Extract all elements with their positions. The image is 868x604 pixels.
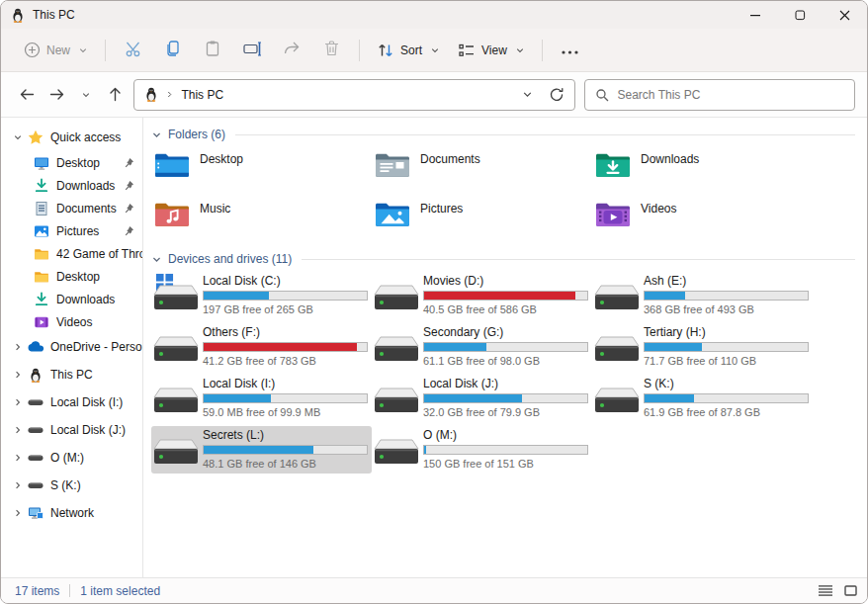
search-box[interactable] (584, 79, 856, 111)
thispc-icon (26, 367, 44, 383)
pin-icon (124, 203, 134, 214)
chevron-icon[interactable] (9, 201, 32, 216)
sidebar-item-label: 42 Game of Throne: (56, 247, 142, 261)
drive-tile-tertiary-h[interactable]: Tertiary (H:) 71.7 GB free of 110 GB (592, 323, 813, 371)
collapse-chevron-icon[interactable] (151, 254, 162, 265)
folder-tile-documents[interactable]: Documents (372, 147, 584, 197)
minimize-button[interactable] (734, 1, 778, 29)
sidebar-item-downloads[interactable]: Downloads (1, 288, 142, 310)
view-button[interactable]: View (449, 37, 534, 64)
share-button[interactable] (272, 33, 311, 67)
drive-tile-secrets-l[interactable]: Secrets (L:) 48.1 GB free of 146 GB (151, 426, 372, 474)
drive-tile-local-disk-j[interactable]: Local Disk (J:) 32.0 GB free of 79.9 GB (372, 375, 592, 422)
hard-drive-icon (374, 325, 423, 371)
more-options-button[interactable] (551, 36, 590, 64)
chevron-icon[interactable] (9, 314, 32, 330)
sort-button[interactable]: Sort (368, 37, 449, 64)
chevron-icon[interactable] (9, 129, 26, 145)
download-icon (32, 178, 50, 194)
address-dropdown-icon[interactable] (522, 89, 533, 100)
drive-usage-bar (644, 291, 809, 301)
up-button[interactable] (101, 80, 130, 110)
folder-tile-desktop[interactable]: Desktop (151, 147, 364, 197)
maximize-button[interactable] (778, 1, 823, 29)
drive-tile-secondary-g[interactable]: Secondary (G:) 61.1 GB free of 98.0 GB (372, 323, 592, 371)
drive-usage-bar (644, 393, 809, 403)
drive-tile-local-disk-i[interactable]: Local Disk (I:) 59.0 MB free of 99.9 MB (151, 375, 372, 422)
sidebar-item-42-game-of-throne[interactable]: 42 Game of Throne: (1, 242, 142, 265)
folder-name: Documents (420, 152, 480, 197)
drive-tile-others-f[interactable]: Others (F:) 41.2 GB free of 783 GB (151, 323, 372, 371)
command-bar: New Sort View (1, 29, 867, 72)
sidebar: Quick access Desktop Downloads Documents… (1, 118, 143, 577)
paste-button[interactable] (193, 33, 232, 67)
large-icons-view-button[interactable] (844, 585, 857, 596)
folder-tile-music[interactable]: Music (151, 197, 364, 246)
search-input[interactable] (618, 88, 845, 102)
drive-tile-movies-d[interactable]: Movies (D:) 40.5 GB free of 586 GB (372, 272, 592, 319)
chevron-icon[interactable] (9, 269, 32, 285)
sidebar-item-desktop[interactable]: Desktop (1, 151, 142, 174)
drive-tile-s-k[interactable]: S (K:) 61.9 GB free of 87.8 GB (592, 375, 813, 422)
delete-button[interactable] (311, 33, 351, 67)
chevron-icon[interactable] (9, 422, 26, 438)
chevron-down-icon (515, 45, 525, 55)
drives-group-header[interactable]: Devices and drives (11) (151, 250, 855, 268)
sidebar-item-desktop[interactable]: Desktop (1, 265, 142, 288)
address-bar[interactable]: This PC (133, 79, 574, 111)
folders-group-header[interactable]: Folders (6) (151, 126, 855, 143)
folder-name: Downloads (641, 152, 699, 197)
refresh-icon[interactable] (549, 87, 564, 103)
plus-circle-icon (24, 42, 41, 58)
downloads-folder-icon (594, 149, 632, 181)
chevron-icon[interactable] (9, 292, 32, 307)
forward-button[interactable] (43, 80, 72, 110)
drive-name: Secondary (G:) (423, 325, 592, 340)
onedrive-icon (26, 339, 44, 355)
new-button[interactable]: New (15, 36, 97, 64)
collapse-chevron-icon[interactable] (151, 129, 162, 140)
sidebar-item-quick-access[interactable]: Quick access (1, 124, 142, 151)
this-pc-icon (11, 8, 25, 23)
chevron-icon[interactable] (9, 246, 32, 262)
back-button[interactable] (13, 80, 43, 110)
copy-button[interactable] (153, 33, 193, 67)
sidebar-item-network[interactable]: Network (1, 499, 142, 527)
chevron-icon[interactable] (9, 505, 26, 521)
folders-grid: Desktop Documents Downloads Music Pictur… (151, 147, 855, 246)
close-button[interactable] (823, 1, 867, 29)
chevron-icon[interactable] (9, 367, 26, 383)
drive-tile-ash-e[interactable]: Ash (E:) 368 GB free of 493 GB (592, 272, 813, 319)
sidebar-item-local-disk-j[interactable]: Local Disk (J:) (1, 416, 142, 444)
search-icon (595, 88, 609, 102)
chevron-icon[interactable] (9, 178, 32, 194)
toolbar-separator (359, 40, 360, 61)
chevron-icon[interactable] (9, 394, 26, 410)
sidebar-item-pictures[interactable]: Pictures (1, 219, 142, 242)
drive-tile-local-disk-c[interactable]: Local Disk (C:) 197 GB free of 265 GB (151, 272, 372, 319)
sidebar-item-this-pc[interactable]: This PC (1, 361, 142, 388)
recent-locations-button[interactable] (71, 80, 101, 110)
sidebar-item-local-disk-i[interactable]: Local Disk (I:) (1, 388, 142, 416)
folder-tile-videos[interactable]: Videos (592, 197, 805, 246)
chevron-icon[interactable] (9, 223, 32, 239)
drive-tile-o-m[interactable]: O (M:) 150 GB free of 151 GB (372, 426, 592, 474)
desktop-folder-icon (153, 149, 191, 181)
sidebar-item-o-m[interactable]: O (M:) (1, 444, 142, 472)
chevron-icon[interactable] (9, 339, 26, 355)
folder-tile-downloads[interactable]: Downloads (592, 147, 805, 197)
rename-button[interactable] (232, 34, 272, 67)
sidebar-item-videos[interactable]: Videos (1, 310, 142, 333)
folder-tile-pictures[interactable]: Pictures (372, 197, 584, 246)
breadcrumb-item[interactable]: This PC (181, 88, 223, 102)
sidebar-item-s-k[interactable]: S (K:) (1, 472, 142, 499)
chevron-icon[interactable] (9, 155, 32, 171)
share-icon (283, 40, 301, 60)
cut-button[interactable] (114, 33, 153, 68)
details-view-button[interactable] (819, 585, 832, 596)
chevron-icon[interactable] (9, 477, 26, 493)
chevron-icon[interactable] (9, 450, 26, 466)
sidebar-item-downloads[interactable]: Downloads (1, 174, 142, 197)
sidebar-item-onedrive-personal[interactable]: OneDrive - Personal (1, 333, 142, 361)
sidebar-item-documents[interactable]: Documents (1, 197, 142, 219)
